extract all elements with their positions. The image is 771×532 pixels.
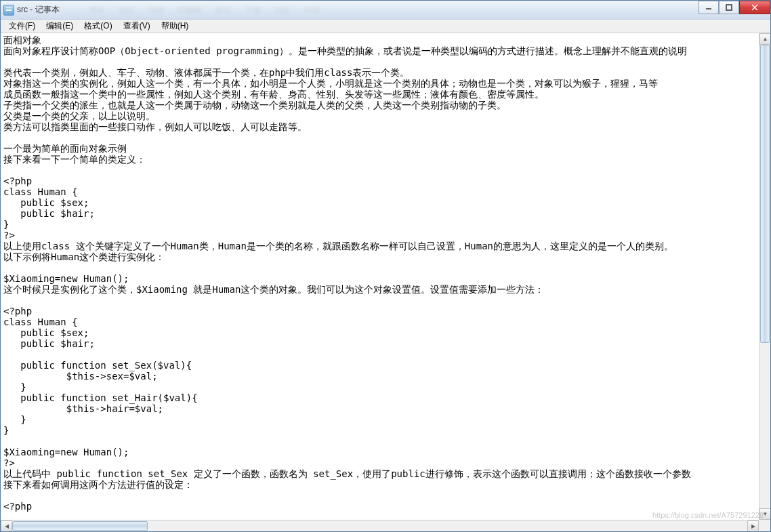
close-button[interactable] — [739, 1, 770, 14]
content-area: 面相对象 面向对象程序设计简称OOP（Object-oriented progr… — [1, 33, 770, 531]
background-blur: 博客社区问答 CSDN 首页下载社区问答 — [89, 1, 703, 19]
minimize-button[interactable] — [699, 1, 719, 14]
scroll-down-arrow-icon[interactable]: ▼ — [759, 508, 770, 520]
scroll-up-arrow-icon[interactable]: ▲ — [759, 33, 770, 45]
notepad-window: src - 记事本 博客社区问答 CSDN 首页下载社区问答 文件(F) 编辑(… — [0, 0, 771, 532]
menu-format[interactable]: 格式(O) — [79, 19, 117, 33]
titlebar[interactable]: src - 记事本 博客社区问答 CSDN 首页下载社区问答 — [1, 1, 770, 20]
window-title: src - 记事本 — [17, 4, 60, 16]
window-controls — [699, 1, 770, 14]
notepad-icon — [3, 5, 14, 16]
maximize-button[interactable] — [719, 1, 739, 14]
vertical-scrollbar[interactable]: ▲ ▼ — [759, 33, 770, 520]
scroll-right-arrow-icon[interactable]: ▶ — [747, 520, 759, 531]
scroll-corner — [759, 520, 770, 531]
text-editor[interactable]: 面相对象 面向对象程序设计简称OOP（Object-oriented progr… — [1, 33, 770, 531]
menu-view[interactable]: 查看(V) — [118, 19, 156, 33]
menu-file[interactable]: 文件(F) — [3, 19, 41, 33]
vertical-scroll-thumb[interactable] — [760, 45, 770, 343]
svg-rect-1 — [726, 5, 732, 10]
menu-edit[interactable]: 编辑(E) — [41, 19, 79, 33]
scroll-left-arrow-icon[interactable]: ◀ — [1, 520, 12, 531]
menubar: 文件(F) 编辑(E) 格式(O) 查看(V) 帮助(H) — [1, 20, 770, 33]
horizontal-scrollbar[interactable]: ◀ ▶ — [1, 520, 759, 531]
horizontal-scroll-thumb[interactable] — [12, 521, 148, 531]
menu-help[interactable]: 帮助(H) — [156, 19, 194, 33]
